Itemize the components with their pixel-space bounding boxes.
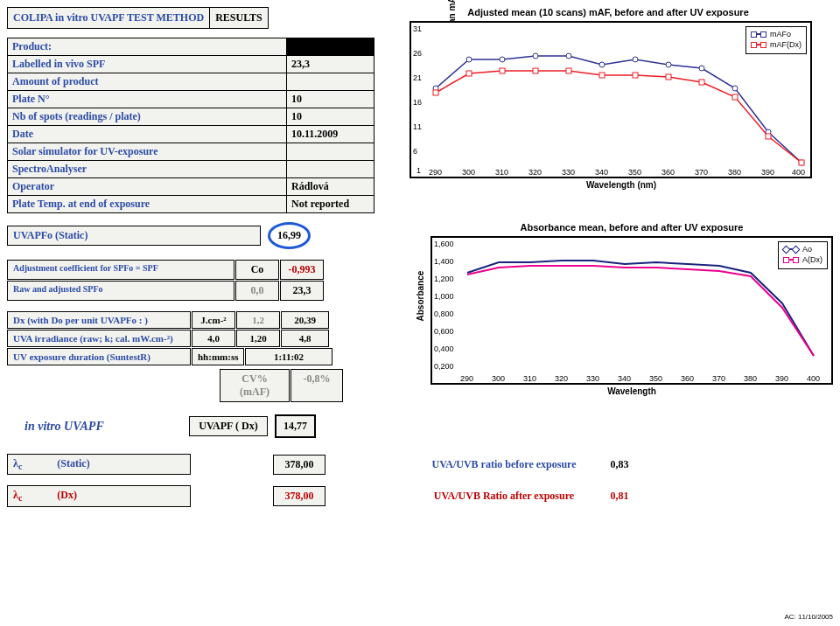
uvapfo-label: UVAPFo (Static) bbox=[7, 226, 261, 246]
svg-text:340: 340 bbox=[618, 374, 631, 383]
svg-text:400: 400 bbox=[792, 168, 805, 177]
svg-rect-40 bbox=[732, 94, 738, 100]
svg-point-21 bbox=[500, 57, 505, 62]
svg-point-27 bbox=[699, 66, 704, 71]
svg-text:1,200: 1,200 bbox=[434, 275, 454, 283]
svg-point-20 bbox=[466, 57, 472, 62]
svg-text:310: 310 bbox=[523, 374, 536, 383]
svg-text:26: 26 bbox=[413, 49, 422, 58]
svg-rect-33 bbox=[500, 68, 505, 73]
svg-text:390: 390 bbox=[761, 168, 774, 177]
final-value: 14,77 bbox=[275, 414, 316, 438]
svg-text:380: 380 bbox=[728, 168, 741, 177]
svg-rect-39 bbox=[699, 80, 704, 85]
header-left: COLIPA in vitro UVAPF TEST METHOD RESULT… bbox=[7, 7, 374, 213]
svg-text:6: 6 bbox=[413, 147, 417, 156]
info-table: Product: Labelled in vivo SPF23,3 Amount… bbox=[7, 38, 374, 213]
svg-rect-31 bbox=[433, 90, 438, 95]
chart2-title: Absorbance mean, before and after UV exp… bbox=[430, 222, 833, 233]
chart1-area: Adjusted mean (10 scans) mAF, before and… bbox=[383, 7, 833, 190]
svg-text:310: 310 bbox=[495, 168, 508, 177]
svg-rect-41 bbox=[766, 134, 771, 139]
lambda-static: λc(Static) bbox=[7, 454, 191, 475]
chart2-legend: Ao A(Dx) bbox=[778, 241, 828, 269]
svg-text:370: 370 bbox=[712, 374, 725, 383]
svg-text:1,000: 1,000 bbox=[434, 292, 454, 301]
svg-text:0,600: 0,600 bbox=[434, 327, 454, 336]
ac-footer: AC: 11/10/2005 bbox=[784, 613, 833, 621]
mid-left: UVAPFo (Static) 16,99 Adjustment coeffic… bbox=[7, 222, 387, 438]
svg-text:360: 360 bbox=[662, 168, 675, 177]
uvapfo-value: 16,99 bbox=[268, 222, 311, 249]
svg-text:360: 360 bbox=[681, 374, 694, 383]
svg-text:31: 31 bbox=[413, 24, 422, 33]
svg-text:11: 11 bbox=[413, 122, 422, 131]
chart1-legend: mAFo mAF(Dx) bbox=[746, 26, 807, 54]
svg-text:370: 370 bbox=[695, 168, 708, 177]
svg-rect-32 bbox=[466, 71, 472, 76]
svg-text:1,600: 1,600 bbox=[434, 240, 454, 248]
svg-text:380: 380 bbox=[744, 374, 757, 383]
svg-text:330: 330 bbox=[586, 374, 599, 383]
title-a: COLIPA in vitro UVAPF TEST METHOD bbox=[7, 7, 210, 29]
svg-text:340: 340 bbox=[595, 168, 608, 177]
svg-text:390: 390 bbox=[775, 374, 788, 383]
svg-text:320: 320 bbox=[555, 374, 568, 383]
svg-text:300: 300 bbox=[462, 168, 475, 177]
svg-point-24 bbox=[599, 62, 605, 67]
chart2-ylabel: Absorbance bbox=[416, 270, 425, 321]
svg-rect-35 bbox=[566, 68, 571, 73]
chart1: 312621 161161 290300310 320330340 350360… bbox=[410, 21, 812, 178]
lambda-dx: λc(Dx) bbox=[7, 485, 191, 506]
svg-text:400: 400 bbox=[807, 374, 820, 383]
svg-point-26 bbox=[666, 62, 671, 67]
chart1-xlabel: Wavelength (nm) bbox=[410, 180, 833, 190]
svg-rect-36 bbox=[599, 73, 605, 78]
chart2: 1,6001,4001,200 1,0000,8000,600 0,4000,2… bbox=[430, 236, 833, 385]
svg-text:21: 21 bbox=[413, 73, 422, 82]
title-b: RESULTS bbox=[210, 7, 269, 29]
chart2-xlabel: Wavelength bbox=[430, 386, 833, 396]
svg-point-25 bbox=[633, 57, 638, 62]
svg-text:320: 320 bbox=[528, 168, 542, 177]
svg-point-23 bbox=[566, 53, 571, 59]
final-label: in vitro UVAPF bbox=[7, 420, 182, 434]
svg-text:330: 330 bbox=[562, 168, 575, 177]
svg-text:16: 16 bbox=[413, 98, 422, 107]
svg-text:290: 290 bbox=[460, 374, 473, 383]
chart2-area: Absorbance mean, before and after UV exp… bbox=[413, 222, 833, 438]
svg-text:350: 350 bbox=[628, 168, 641, 177]
svg-text:1,400: 1,400 bbox=[434, 257, 454, 266]
svg-text:1: 1 bbox=[416, 166, 421, 175]
svg-rect-34 bbox=[533, 68, 538, 73]
svg-text:0,800: 0,800 bbox=[434, 310, 454, 318]
svg-text:300: 300 bbox=[492, 374, 505, 383]
svg-text:0,200: 0,200 bbox=[434, 362, 454, 371]
svg-rect-42 bbox=[799, 160, 804, 165]
svg-rect-38 bbox=[666, 74, 671, 80]
svg-text:0,400: 0,400 bbox=[434, 344, 454, 353]
svg-point-22 bbox=[533, 53, 538, 59]
svg-rect-37 bbox=[633, 73, 638, 78]
svg-text:350: 350 bbox=[649, 374, 662, 383]
bottom-area: λc(Static) 378,00 UVA/UVB ratio before e… bbox=[7, 454, 833, 507]
svg-point-28 bbox=[732, 86, 738, 91]
svg-text:290: 290 bbox=[429, 168, 442, 177]
